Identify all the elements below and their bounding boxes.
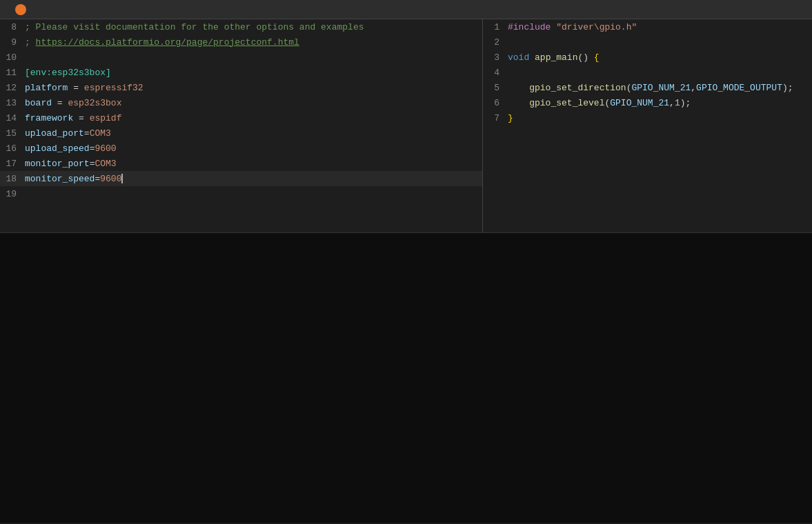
token-value: COM3 xyxy=(95,159,116,169)
token-key: platform xyxy=(25,83,68,93)
line-number: 3 xyxy=(483,52,508,63)
line-number: 10 xyxy=(0,52,25,63)
token-normal: = xyxy=(84,128,90,139)
breadcrumb xyxy=(7,4,33,15)
line-number: 9 xyxy=(0,37,25,48)
code-line: 19 xyxy=(0,186,482,201)
line-content: gpio_set_direction(GPIO_NUM_21,GPIO_MODE… xyxy=(508,83,793,93)
line-number: 19 xyxy=(0,189,25,199)
token-normal: = xyxy=(73,113,89,123)
code-line: 10 xyxy=(0,50,482,65)
token-link: https://docs.platformio.org/page/project… xyxy=(36,37,299,48)
code-line: 16upload_speed=9600 xyxy=(0,141,482,156)
token-number: 1 xyxy=(675,98,680,108)
token-function: gpio_set_level xyxy=(529,98,604,108)
line-number: 16 xyxy=(0,143,25,154)
token-function: app_main xyxy=(535,52,577,63)
code-line: 13board = esp32s3box xyxy=(0,95,482,110)
line-content: #include "driver\gpio.h" xyxy=(508,22,637,32)
line-number: 2 xyxy=(483,37,508,48)
token-normal: ); xyxy=(680,98,691,108)
token-macro: GPIO_NUM_21 xyxy=(631,83,691,93)
token-normal: = xyxy=(68,83,83,93)
token-normal: , xyxy=(669,98,675,108)
code-line: 14framework = espidf xyxy=(0,110,482,125)
code-line: 5 gpio_set_direction(GPIO_NUM_21,GPIO_MO… xyxy=(483,80,812,95)
code-line: 6 gpio_set_level(GPIO_NUM_21,1); xyxy=(483,95,812,110)
token-normal xyxy=(508,98,529,108)
line-content: } xyxy=(508,113,513,123)
line-number: 4 xyxy=(483,68,508,78)
token-comment: ; xyxy=(25,37,36,48)
token-value: espressif32 xyxy=(84,83,143,93)
token-bracket: [env:esp32s3box] xyxy=(25,68,111,78)
token-void: void xyxy=(508,52,529,63)
code-line: 18monitor_speed=9600 xyxy=(0,171,482,186)
line-number: 5 xyxy=(483,83,508,93)
ini-code-lines: 8; Please visit documentation for the ot… xyxy=(0,19,482,201)
line-number: 11 xyxy=(0,68,25,78)
line-content: [env:esp32s3box] xyxy=(25,68,111,78)
line-content: ; Please visit documentation for the oth… xyxy=(25,22,364,32)
token-string: "driver\gpio.h" xyxy=(556,22,637,32)
token-key: framework xyxy=(25,113,73,123)
terminal-output xyxy=(0,233,812,523)
token-value: espidf xyxy=(90,113,122,123)
token-normal xyxy=(529,52,535,63)
line-number: 8 xyxy=(0,22,25,32)
token-key: monitor_speed xyxy=(25,174,95,184)
token-macro: GPIO_NUM_21 xyxy=(610,98,669,108)
line-number: 18 xyxy=(0,174,25,184)
token-key: upload_port xyxy=(25,128,84,139)
token-include: #include xyxy=(508,22,551,32)
line-number: 13 xyxy=(0,98,25,108)
token-brace: } xyxy=(508,113,513,123)
token-key: board xyxy=(25,98,52,108)
code-line: 7} xyxy=(483,110,812,125)
line-number: 14 xyxy=(0,113,25,123)
platformio-icon xyxy=(15,4,26,15)
code-line: 9; https://docs.platformio.org/page/proj… xyxy=(0,34,482,50)
code-line: 8; Please visit documentation for the ot… xyxy=(0,19,482,34)
token-normal: ); xyxy=(782,83,793,93)
code-line: 11[env:esp32s3box] xyxy=(0,65,482,80)
code-line: 1#include "driver\gpio.h" xyxy=(483,19,812,34)
line-content: board = esp32s3box xyxy=(25,98,121,108)
code-line: 15upload_port=COM3 xyxy=(0,125,482,141)
line-number: 1 xyxy=(483,22,508,32)
token-normal: = xyxy=(52,98,68,108)
token-key: monitor_port xyxy=(25,159,90,169)
token-value: esp32s3box xyxy=(68,98,121,108)
token-normal: () xyxy=(577,52,593,63)
code-line: 4 xyxy=(483,65,812,80)
line-content: platform = espressif32 xyxy=(25,83,143,93)
line-content: framework = espidf xyxy=(25,113,121,123)
token-comment: ; Please visit documentation for the oth… xyxy=(25,22,364,32)
code-line: 3void app_main() { xyxy=(483,50,812,65)
ini-editor[interactable]: 8; Please visit documentation for the ot… xyxy=(0,19,483,232)
line-content: void app_main() { xyxy=(508,52,600,63)
code-line: 12platform = espressif32 xyxy=(0,80,482,95)
line-number: 7 xyxy=(483,113,508,123)
cpp-editor[interactable]: 1#include "driver\gpio.h"23void app_main… xyxy=(483,19,812,232)
line-content: upload_port=COM3 xyxy=(25,128,111,139)
token-brace: { xyxy=(594,52,600,63)
line-number: 15 xyxy=(0,128,25,139)
token-value: 9600 xyxy=(95,143,116,154)
token-function: gpio_set_direction xyxy=(529,83,626,93)
token-normal xyxy=(508,83,529,93)
token-value: 9600 xyxy=(100,174,121,184)
line-content: monitor_port=COM3 xyxy=(25,159,117,169)
line-content: gpio_set_level(GPIO_NUM_21,1); xyxy=(508,98,691,108)
token-macro: GPIO_MODE_OUTPUT xyxy=(696,83,782,93)
code-line: 17monitor_port=COM3 xyxy=(0,156,482,171)
line-content: monitor_speed=9600 xyxy=(25,174,123,184)
line-content: ; https://docs.platformio.org/page/proje… xyxy=(25,37,299,48)
top-bar xyxy=(0,0,812,19)
line-number: 17 xyxy=(0,159,25,169)
line-number: 12 xyxy=(0,83,25,93)
line-number: 6 xyxy=(483,98,508,108)
token-normal: , xyxy=(691,83,696,93)
token-key: upload_speed xyxy=(25,143,90,154)
token-value: COM3 xyxy=(90,128,111,139)
